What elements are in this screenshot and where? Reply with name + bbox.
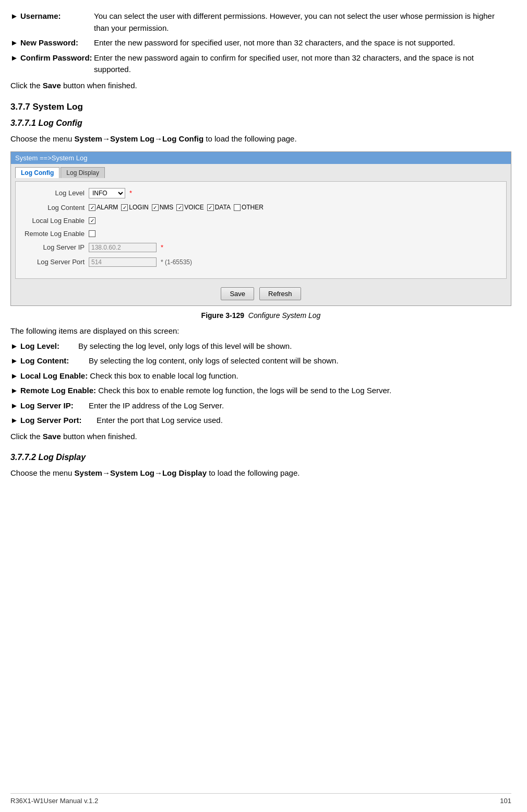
ui-tabs[interactable]: Log Config Log Display bbox=[11, 164, 511, 178]
save-rest-2: button when finished. bbox=[61, 432, 137, 441]
form-row-log-server-ip: Log Server IP * bbox=[21, 243, 501, 252]
bullet-log-content-desc: By selecting the log content, only logs … bbox=[89, 355, 339, 367]
control-log-server-ip[interactable]: * bbox=[89, 243, 163, 252]
bullet-newpassword-desc: Enter the new password for specified use… bbox=[94, 37, 511, 49]
bullet-remote-log-enable: ► Remote Log Enable: Check this box to e… bbox=[10, 385, 511, 397]
save-button[interactable]: Save bbox=[221, 287, 254, 300]
form-row-local-log: Local Log Enable ✓ bbox=[21, 217, 501, 225]
cb-data-label: DATA bbox=[215, 204, 231, 211]
menu-3772-bold: System→System Log→Log Display bbox=[75, 468, 207, 477]
cb-other-label: OTHER bbox=[242, 204, 264, 211]
bullet-confirmpassword: ► Confirm Password: Enter the new passwo… bbox=[10, 52, 511, 76]
bullet-remote-log-label: ► Remote Log Enable: bbox=[10, 385, 98, 397]
bullet-newpassword-label: ► New Password: bbox=[10, 37, 94, 49]
menu-3771-text: Choose the menu System→System Log→Log Co… bbox=[10, 133, 511, 145]
bullet-log-server-ip-desc: Enter the IP address of the Log Server. bbox=[89, 400, 224, 412]
form-row-log-server-port: Log Server Port * (1-65535) bbox=[21, 257, 501, 267]
bullet-username-desc: You can select the user with different p… bbox=[94, 10, 511, 34]
ui-form: Log Level INFO DEBUG WARN ERROR * Log Co… bbox=[15, 181, 507, 279]
cb-data[interactable]: ✓ bbox=[207, 204, 214, 211]
cb-login-label: LOGIN bbox=[129, 204, 148, 211]
cb-remote-log[interactable] bbox=[89, 230, 95, 237]
bullet-log-level: ► Log Level: By selecting the log level,… bbox=[10, 340, 511, 352]
bullet-local-log-enable: ► Local Log Enable: Check this box to en… bbox=[10, 370, 511, 382]
bullet-local-log-label: ► Local Log Enable: bbox=[10, 370, 90, 382]
cb-alarm-label: ALARM bbox=[97, 204, 118, 211]
control-local-log[interactable]: ✓ bbox=[89, 217, 95, 224]
cb-local-log[interactable]: ✓ bbox=[89, 217, 95, 224]
footer-right: 101 bbox=[500, 797, 511, 805]
checkbox-nms[interactable]: ✓ NMS bbox=[152, 204, 174, 211]
ui-title-bar: System ==>System Log bbox=[11, 152, 511, 164]
form-row-log-level: Log Level INFO DEBUG WARN ERROR * bbox=[21, 188, 501, 198]
checkbox-data[interactable]: ✓ DATA bbox=[207, 204, 231, 211]
cb-login[interactable]: ✓ bbox=[121, 204, 128, 211]
cb-voice[interactable]: ✓ bbox=[176, 204, 183, 211]
save-bold-2: Save bbox=[43, 432, 61, 441]
bullet-log-server-port-desc: Enter the port that Log service used. bbox=[97, 415, 223, 427]
bullet-log-content-label: ► Log Content: bbox=[10, 355, 89, 367]
bullet-log-content: ► Log Content: By selecting the log cont… bbox=[10, 355, 511, 367]
top-bullets: ► Username: You can select the user with… bbox=[10, 10, 511, 76]
control-remote-log[interactable] bbox=[89, 230, 95, 237]
click-save-note-2: Click the Save button when finished. bbox=[10, 431, 511, 443]
menu-3771-bold: System→System Log→Log Config bbox=[75, 134, 204, 143]
cb-voice-label: VOICE bbox=[184, 204, 203, 211]
label-log-server-port: Log Server Port bbox=[21, 258, 89, 266]
refresh-button[interactable]: Refresh bbox=[259, 287, 301, 300]
label-log-content: Log Content bbox=[21, 204, 89, 211]
click-save-note-1: Click the Save button when finished. bbox=[10, 80, 511, 92]
figure-caption-bold: Figure 3-129 bbox=[201, 311, 244, 320]
bullet-log-server-ip-label: ► Log Server IP: bbox=[10, 400, 89, 412]
menu-3771-pre: Choose the menu bbox=[10, 134, 75, 143]
bullet-username: ► Username: You can select the user with… bbox=[10, 10, 511, 34]
label-log-server-ip: Log Server IP bbox=[21, 243, 89, 251]
port-hint: * (1-65535) bbox=[161, 258, 192, 266]
page-content: ► Username: You can select the user with… bbox=[10, 10, 511, 479]
tab-log-config[interactable]: Log Config bbox=[15, 167, 59, 178]
tab-log-display[interactable]: Log Display bbox=[61, 167, 105, 178]
menu-3772-pre: Choose the menu bbox=[10, 468, 75, 477]
menu-3772-rest: to load the following page. bbox=[207, 468, 300, 477]
bullet-log-server-ip: ► Log Server IP: Enter the IP address of… bbox=[10, 400, 511, 412]
required-star-ip: * bbox=[161, 243, 163, 251]
ui-screenshot-box: System ==>System Log Log Config Log Disp… bbox=[10, 151, 511, 306]
checkbox-other[interactable]: OTHER bbox=[234, 204, 264, 211]
checkbox-voice[interactable]: ✓ VOICE bbox=[176, 204, 203, 211]
sub-3771-heading: 3.7.7.1 Log Config bbox=[10, 119, 511, 128]
input-log-server-ip[interactable] bbox=[89, 243, 157, 252]
cb-other[interactable] bbox=[234, 204, 241, 211]
label-local-log: Local Log Enable bbox=[21, 217, 89, 225]
bullet-log-server-port-label: ► Log Server Port: bbox=[10, 415, 97, 427]
sub-3772-heading: 3.7.7.2 Log Display bbox=[10, 453, 511, 462]
required-star-loglevel: * bbox=[129, 189, 132, 197]
control-log-level[interactable]: INFO DEBUG WARN ERROR * bbox=[89, 188, 132, 198]
bullet-log-server-port: ► Log Server Port: Enter the port that L… bbox=[10, 415, 511, 427]
menu-3772-text: Choose the menu System→System Log→Log Di… bbox=[10, 467, 511, 479]
menu-3771-rest: to load the following page. bbox=[203, 134, 296, 143]
figure-caption: Figure 3-129 Configure System Log bbox=[10, 311, 511, 320]
bullet-confirmpassword-label: ► Confirm Password: bbox=[10, 52, 94, 76]
cb-nms-label: NMS bbox=[160, 204, 174, 211]
form-row-log-content: Log Content ✓ ALARM ✓ LOGIN ✓ NMS bbox=[21, 204, 501, 211]
ui-buttons: Save Refresh bbox=[11, 283, 511, 305]
page-footer: R36X1-W1User Manual v.1.2 101 bbox=[10, 793, 511, 805]
input-log-server-port[interactable] bbox=[89, 257, 157, 267]
desc-intro: The following items are displayed on thi… bbox=[10, 325, 511, 337]
label-log-level: Log Level bbox=[21, 189, 89, 197]
checkbox-alarm[interactable]: ✓ ALARM bbox=[89, 204, 118, 211]
bullet-confirmpassword-desc: Enter the new password again to confirm … bbox=[94, 52, 511, 76]
control-log-server-port[interactable]: * (1-65535) bbox=[89, 257, 192, 267]
save-rest-1: button when finished. bbox=[63, 81, 137, 90]
label-remote-log: Remote Log Enable bbox=[21, 230, 89, 238]
bullet-newpassword: ► New Password: Enter the new password f… bbox=[10, 37, 511, 49]
bullet-log-level-desc: By selecting the log level, only logs of… bbox=[78, 340, 292, 352]
checkbox-login[interactable]: ✓ LOGIN bbox=[121, 204, 148, 211]
cb-nms[interactable]: ✓ bbox=[152, 204, 159, 211]
figure-caption-italic: Configure System Log bbox=[248, 311, 321, 320]
select-log-level[interactable]: INFO DEBUG WARN ERROR bbox=[89, 188, 125, 198]
save-bold-1: Save bbox=[43, 81, 61, 90]
bullet-local-log-desc: Check this box to enable local log funct… bbox=[90, 370, 238, 382]
bullet-remote-log-desc: Check this box to enable remote log func… bbox=[98, 385, 391, 397]
cb-alarm[interactable]: ✓ bbox=[89, 204, 95, 211]
